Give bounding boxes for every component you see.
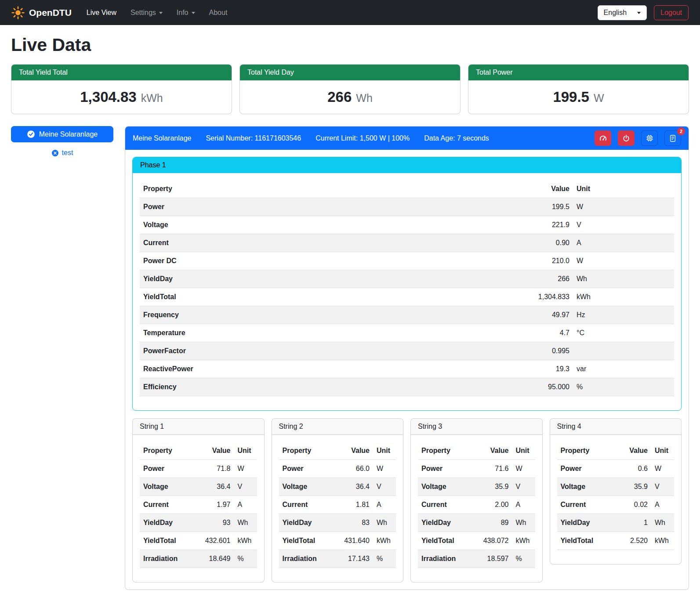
- nav-info[interactable]: Info: [170, 5, 202, 20]
- value-column-header: Value: [334, 442, 373, 460]
- table-row: YieldDay83Wh: [279, 514, 396, 532]
- nav-label: Live View: [87, 9, 116, 17]
- x-circle-icon[interactable]: [51, 149, 59, 157]
- unit-cell: W: [651, 460, 674, 478]
- inverter-panel-header: Meine Solaranlage Serial Number: 1161716…: [125, 127, 689, 150]
- unit-cell: W: [512, 460, 535, 478]
- unit-cell: V: [512, 478, 535, 496]
- data-age: Data Age: 7 seconds: [424, 134, 489, 142]
- value-cell: 17.143: [334, 550, 373, 568]
- summary-cards: Total Yield Total 1,304.83kWh Total Yiel…: [11, 64, 689, 114]
- value-cell: 1.81: [334, 496, 373, 514]
- card-title: Total Yield Total: [11, 65, 232, 80]
- property-cell: PowerFactor: [140, 342, 507, 360]
- unit-cell: kWh: [512, 532, 535, 550]
- string-body: Property Value Unit Power71.8WVoltage36.…: [133, 435, 264, 582]
- property-cell: YieldDay: [140, 514, 196, 532]
- unit-cell: V: [651, 478, 674, 496]
- table-head: Property Value Unit: [557, 442, 675, 460]
- nav-live-view[interactable]: Live View: [80, 5, 123, 20]
- property-cell: YieldTotal: [418, 532, 474, 550]
- nav-settings[interactable]: Settings: [123, 5, 170, 20]
- string-body: Property Value Unit Power0.6WVoltage35.9…: [550, 435, 682, 564]
- chevron-down-icon: [159, 12, 163, 14]
- sun-icon: [11, 6, 25, 19]
- property-cell: YieldDay: [418, 514, 474, 532]
- total-yield-day-card: Total Yield Day 266Wh: [239, 64, 461, 114]
- unit-cell: kWh: [234, 532, 257, 550]
- unit-cell: kWh: [373, 532, 396, 550]
- value-cell: 83: [334, 514, 373, 532]
- chevron-down-icon: [192, 12, 195, 14]
- total-power-card: Total Power 199.5W: [468, 64, 689, 114]
- value-cell: 71.6: [474, 460, 512, 478]
- table-header-row: Property Value Unit: [140, 180, 674, 198]
- table-row: Frequency49.97Hz: [140, 306, 674, 324]
- card-title: Total Power: [468, 65, 689, 80]
- table-body: Power71.6WVoltage35.9VCurrent2.00AYieldD…: [418, 460, 535, 568]
- value-cell: 35.9: [474, 478, 512, 496]
- property-cell: YieldTotal: [557, 532, 613, 550]
- value-cell: 0.6: [613, 460, 651, 478]
- event-count-badge: 2: [677, 127, 685, 135]
- property-cell: YieldTotal: [140, 288, 507, 306]
- table-row: YieldDay89Wh: [418, 514, 535, 532]
- inverter-select-button[interactable]: Meine Solaranlage: [11, 126, 113, 142]
- power-button[interactable]: [618, 130, 635, 146]
- phase-table: Property Value Unit Power199.5WVoltage22…: [140, 180, 674, 396]
- card-body: 266Wh: [240, 80, 460, 114]
- nav-label: Info: [177, 9, 189, 17]
- table-row: Current1.97A: [140, 496, 257, 514]
- unit-cell: kWh: [651, 532, 674, 550]
- main-nav: Live View Settings Info About: [80, 5, 235, 20]
- unit-column-header: Unit: [651, 442, 674, 460]
- unit-column-header: Unit: [234, 442, 257, 460]
- property-cell: Voltage: [140, 478, 196, 496]
- table-head: Property Value Unit: [140, 442, 257, 460]
- value-cell: 0.90: [507, 234, 573, 252]
- table-row: ReactivePower19.3var: [140, 360, 674, 378]
- property-cell: Power: [279, 460, 335, 478]
- property-cell: Voltage: [140, 216, 507, 234]
- unit-cell: Wh: [234, 514, 257, 532]
- event-log-button[interactable]: 2: [664, 130, 681, 146]
- content-row: Meine Solaranlage test Meine Solaranlage…: [11, 126, 689, 590]
- property-cell: YieldTotal: [279, 532, 335, 550]
- strings-row: String 1 Property Value Unit: [132, 418, 682, 583]
- navbar-right: English Logout: [598, 5, 689, 20]
- nav-about[interactable]: About: [202, 5, 235, 20]
- property-cell: Irradiation: [279, 550, 335, 568]
- test-link[interactable]: test: [62, 149, 73, 157]
- table-row: Current1.81A: [279, 496, 396, 514]
- phase-body: Property Value Unit Power199.5WVoltage22…: [133, 173, 681, 410]
- device-info-button[interactable]: [641, 130, 658, 146]
- card-value: 199.5: [553, 89, 589, 105]
- logout-button[interactable]: Logout: [654, 5, 689, 20]
- property-cell: Efficiency: [140, 378, 507, 396]
- limit-settings-button[interactable]: [595, 130, 611, 146]
- language-select[interactable]: English: [598, 5, 647, 20]
- unit-cell: A: [373, 496, 396, 514]
- value-cell: 221.9: [507, 216, 573, 234]
- value-cell: 36.4: [334, 478, 373, 496]
- table-body: Power71.8WVoltage36.4VCurrent1.97AYieldD…: [140, 460, 257, 568]
- table-row: Efficiency95.000%: [140, 378, 674, 396]
- value-cell: 431.640: [334, 532, 373, 550]
- cpu-icon: [646, 134, 654, 142]
- nav-label: Settings: [131, 9, 156, 17]
- string-body: Property Value Unit Power71.6WVoltage35.…: [411, 435, 542, 582]
- app-brand[interactable]: OpenDTU: [11, 6, 72, 19]
- string-1-card: String 1 Property Value Unit: [132, 418, 265, 583]
- value-column-header: Value: [474, 442, 512, 460]
- string-title: String 1: [133, 419, 264, 435]
- table-row: Current2.00A: [418, 496, 535, 514]
- property-cell: Power: [557, 460, 613, 478]
- table-head: Property Value Unit: [279, 442, 396, 460]
- live-data-page: Live Data Total Yield Total 1,304.83kWh …: [0, 25, 700, 597]
- top-navbar: OpenDTU Live View Settings Info About En…: [0, 0, 700, 25]
- unit-cell: °C: [573, 324, 674, 342]
- property-cell: Voltage: [279, 478, 335, 496]
- string-title: String 3: [411, 419, 542, 435]
- property-cell: Current: [140, 496, 196, 514]
- unit-cell: kWh: [573, 288, 674, 306]
